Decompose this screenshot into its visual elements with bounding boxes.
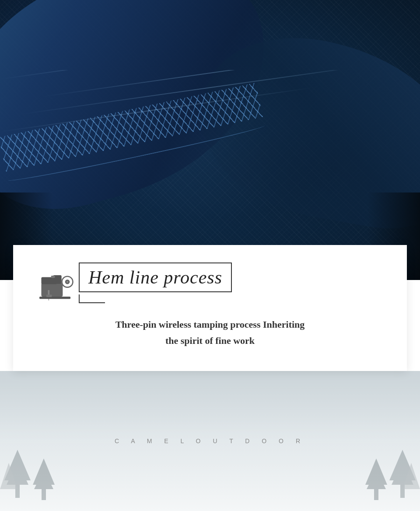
bottom-misty-section: C A M E L O U T D O O R — [0, 371, 420, 511]
title-container: Hem line process — [79, 262, 232, 303]
title-border-box: Hem line process — [79, 262, 232, 292]
fabric-image-section — [0, 0, 420, 280]
brand-text: C A M E L O U T D O O R — [115, 438, 305, 444]
sewing-machine-icon — [39, 273, 74, 303]
svg-rect-8 — [51, 276, 55, 278]
svg-rect-9 — [39, 297, 70, 299]
card-header: Hem line process — [39, 262, 381, 303]
svg-rect-0 — [41, 283, 63, 297]
title-bracket-decoration — [79, 294, 105, 303]
svg-rect-23 — [374, 489, 378, 500]
description-line-1: Three-pin wireless tamping process Inher… — [39, 316, 381, 332]
info-card: Hem line process Three-pin wireless tamp… — [13, 245, 407, 371]
page-wrapper: Hem line process Three-pin wireless tamp… — [0, 0, 420, 511]
svg-rect-16 — [42, 489, 46, 500]
svg-rect-10 — [46, 295, 52, 297]
trees-right-icon — [354, 441, 420, 511]
card-description: Three-pin wireless tamping process Inher… — [39, 316, 381, 349]
trees-left-icon — [0, 441, 66, 511]
svg-point-7 — [66, 281, 68, 283]
description-line-2: the spirit of fine work — [39, 332, 381, 349]
card-title: Hem line process — [88, 267, 222, 288]
